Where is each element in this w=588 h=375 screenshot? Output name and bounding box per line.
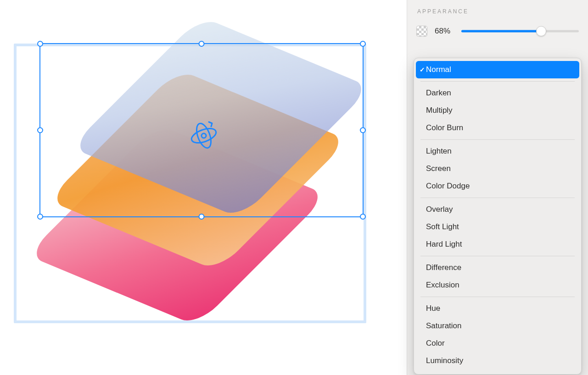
menu-separator — [420, 256, 575, 256]
opacity-swatch-icon[interactable] — [416, 26, 427, 37]
artboard — [14, 44, 366, 323]
opacity-slider[interactable] — [461, 26, 579, 36]
rotate-3d-icon[interactable] — [186, 118, 221, 153]
check-icon: ✓ — [420, 66, 425, 73]
blend-mode-label: Luminosity — [426, 356, 463, 365]
blend-mode-label: Color — [426, 339, 445, 348]
inspector-panel: APPEARANCE 68% ✓NormalDarkenMultiplyColo… — [407, 0, 588, 375]
blend-mode-label: Difference — [426, 263, 461, 272]
blend-mode-label: Normal — [426, 65, 451, 74]
opacity-row: 68% — [416, 26, 579, 37]
blend-mode-hard-light[interactable]: Hard Light — [414, 236, 581, 253]
menu-separator — [420, 139, 575, 140]
blend-mode-label: Exclusion — [426, 281, 459, 290]
blend-mode-label: Color Burn — [426, 123, 463, 132]
blend-mode-color[interactable]: Color — [414, 335, 581, 352]
blend-mode-label: Multiply — [426, 106, 453, 115]
blend-mode-darken[interactable]: Darken — [414, 84, 581, 102]
blend-mode-lighten[interactable]: Lighten — [414, 143, 581, 160]
blend-mode-label: Screen — [426, 164, 451, 173]
blend-mode-label: Darken — [426, 88, 451, 98]
blend-mode-normal[interactable]: ✓Normal — [416, 61, 579, 78]
blend-mode-screen[interactable]: Screen — [414, 160, 581, 177]
blend-mode-hue[interactable]: Hue — [414, 300, 581, 317]
blend-mode-label: Hard Light — [426, 240, 462, 249]
blend-mode-multiply[interactable]: Multiply — [414, 102, 581, 119]
menu-separator — [420, 198, 575, 198]
blend-mode-soft-light[interactable]: Soft Light — [414, 218, 581, 236]
blend-mode-label: Soft Light — [426, 222, 459, 232]
blend-mode-dropdown[interactable]: ✓NormalDarkenMultiplyColor BurnLightenSc… — [414, 58, 582, 375]
menu-separator — [420, 297, 575, 297]
blend-mode-overlay[interactable]: Overlay — [414, 201, 581, 218]
layer-stack — [39, 37, 361, 331]
blend-mode-color-burn[interactable]: Color Burn — [414, 119, 581, 137]
blend-mode-color-dodge[interactable]: Color Dodge — [414, 177, 581, 195]
menu-separator — [420, 81, 575, 82]
blend-mode-luminosity[interactable]: Luminosity — [414, 352, 581, 369]
appearance-section-title: APPEARANCE — [416, 8, 579, 15]
blend-mode-label: Saturation — [426, 321, 462, 331]
opacity-value[interactable]: 68% — [435, 27, 454, 36]
blend-mode-label: Color Dodge — [426, 182, 470, 191]
canvas[interactable] — [0, 0, 407, 375]
blend-mode-exclusion[interactable]: Exclusion — [414, 276, 581, 294]
blend-mode-saturation[interactable]: Saturation — [414, 317, 581, 335]
opacity-slider-fill — [461, 30, 541, 33]
svg-point-1 — [190, 126, 218, 146]
blend-mode-label: Lighten — [426, 147, 452, 156]
blend-mode-difference[interactable]: Difference — [414, 259, 581, 276]
svg-point-0 — [202, 133, 206, 138]
blend-mode-label: Hue — [426, 304, 440, 313]
blend-mode-label: Overlay — [426, 205, 453, 214]
opacity-slider-thumb[interactable] — [536, 26, 546, 36]
